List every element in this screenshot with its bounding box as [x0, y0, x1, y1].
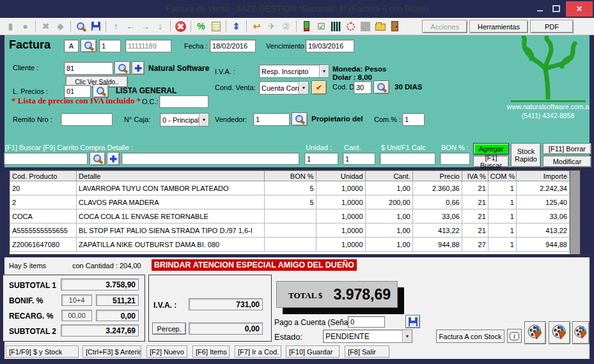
cliente-codigo-field[interactable] [64, 62, 113, 75]
estado-combo[interactable]: PENDIENTE ▼ [323, 330, 412, 343]
table-cell: 413,22 [412, 224, 462, 238]
table-scrollbar[interactable] [570, 171, 580, 254]
notes-icon[interactable] [209, 20, 223, 33]
column-header[interactable]: Unidad [316, 171, 365, 181]
media-button-1[interactable] [524, 321, 546, 344]
checklist-icon[interactable]: ☑ [315, 20, 328, 33]
percent-icon[interactable]: % [194, 20, 208, 33]
iva-combo[interactable]: Resp. Inscripto ▼ [259, 64, 329, 78]
column-header[interactable]: COM % [488, 171, 516, 181]
refresh-dots-icon[interactable] [344, 20, 357, 33]
cliente-add-button[interactable]: ✚ [132, 61, 145, 75]
column-header[interactable]: Importe [516, 171, 569, 181]
agregar-button[interactable]: Agregar [473, 143, 509, 155]
cancel-icon[interactable] [174, 20, 187, 33]
table-cell: 21 [462, 209, 488, 224]
column-header[interactable]: BON % [265, 171, 316, 181]
numero-factura-field[interactable] [125, 40, 171, 52]
buscar-carrito-label: [F1] Buscar [F9] Carrito Compra Detalle … [5, 144, 133, 151]
producto-codigo-field[interactable] [4, 153, 88, 165]
column-header[interactable]: Cant. [365, 171, 412, 181]
pago-field[interactable] [348, 316, 385, 328]
save-icon[interactable] [89, 20, 102, 33]
footer-button[interactable]: [F10] Guardar [286, 345, 340, 358]
fecha-field[interactable] [210, 40, 256, 52]
barcode-icon[interactable] [329, 20, 343, 33]
table-row[interactable]: COCACOCA COLA 1L ENVASE RETORNABLE1,0000… [10, 209, 570, 224]
fit-vertical-icon[interactable]: ⇕ [230, 20, 243, 33]
battery-icon[interactable] [300, 20, 313, 33]
column-header[interactable]: Cod. Producto [10, 171, 77, 181]
maximize-icon[interactable] [552, 5, 560, 12]
bonif-pct-field[interactable]: 10+4 [61, 294, 92, 306]
factura-title: Factura [9, 38, 51, 52]
folder-open-icon[interactable] [373, 20, 387, 33]
cant-field[interactable] [343, 153, 375, 165]
factura-stock-button[interactable]: Factura A con Stock [436, 330, 504, 343]
close-button[interactable]: ✕ [566, 1, 593, 17]
cond-venta-combo[interactable]: Cuenta Corri ▼ [259, 81, 309, 95]
undo-icon[interactable]: ↩ [250, 20, 263, 33]
toolbar-separator [296, 20, 297, 32]
cond-venta-check-button[interactable]: ✔ [311, 80, 327, 95]
chevron-down-icon[interactable]: ▼ [402, 330, 412, 342]
fecha-label: Fecha : [184, 42, 208, 50]
herramientas-button[interactable]: Herramientas [469, 20, 528, 33]
search-icon[interactable] [74, 20, 88, 33]
table-row[interactable]: Z20061647080ZAPATILLA NIKE OUTBURST DAMA… [10, 238, 570, 252]
pago-save-button[interactable] [405, 315, 420, 328]
tipo-search-button[interactable] [81, 39, 97, 52]
chevron-down-icon[interactable]: ▼ [299, 82, 308, 94]
media-button-2[interactable] [549, 321, 570, 344]
unit-price-field[interactable] [380, 153, 435, 165]
exit-door-icon[interactable] [388, 20, 402, 33]
footer-button[interactable]: [F8] Salir [345, 345, 389, 358]
cliente-search-button[interactable] [114, 61, 130, 75]
table-body: 20LAVARROPA TUYU CON TAMBOR PLATEADO51,0… [10, 181, 570, 252]
table-row[interactable]: 2CLAVOS PARA MADERA51,0000200,000,662111… [10, 195, 570, 209]
vendedor-search-button[interactable] [292, 112, 308, 126]
table-row[interactable]: 20LAVARROPA TUYU CON TAMBOR PLATEADO51,0… [10, 181, 570, 195]
stock-rapido-button[interactable]: Stock Rapido [511, 143, 541, 167]
buscar-button[interactable]: [F1] Buscar [473, 156, 509, 167]
unidad-field[interactable] [304, 153, 338, 165]
remito-field[interactable] [61, 113, 113, 126]
tipo-comprobante-field[interactable] [64, 40, 79, 52]
minimize-icon[interactable] [537, 10, 543, 11]
table-cell: 1,0000 [316, 224, 365, 238]
table-row[interactable]: A5555555555655BL STOP FIAT PALIO SIENA S… [10, 224, 570, 238]
caja-combo[interactable]: 0 - Principal ▼ [160, 113, 209, 126]
footer-button[interactable]: [F1/F9] $ y Stock [6, 345, 79, 358]
column-header[interactable]: IVA % [462, 171, 488, 181]
table-cell: 21 [462, 195, 488, 209]
modificar-button[interactable]: Modificar [543, 156, 591, 167]
logo-divider [511, 100, 586, 102]
column-header[interactable]: Precio [412, 171, 462, 181]
footer-button[interactable]: [Ctrl+F3] $ Anterior [82, 345, 141, 358]
producto-detalle-field[interactable] [121, 153, 299, 165]
footer-button[interactable]: [F2] Nuevo [146, 345, 187, 358]
pdf-button[interactable]: PDF [530, 20, 574, 33]
com-field[interactable] [402, 113, 425, 126]
sucursal-field[interactable] [99, 40, 121, 52]
vencimiento-field[interactable] [306, 40, 354, 52]
producto-search-button[interactable] [90, 152, 106, 165]
footer-button[interactable]: [F7] Ir a Cod. [235, 345, 281, 358]
info-button[interactable]: i [507, 329, 522, 343]
table-cell: 1 [488, 224, 516, 238]
producto-add-button[interactable]: ✚ [107, 152, 120, 165]
oc-field[interactable] [159, 95, 208, 108]
chevron-down-icon[interactable]: ▼ [199, 114, 208, 126]
chevron-down-icon[interactable]: ▼ [319, 65, 329, 77]
footer-button[interactable]: [F6] Items [192, 345, 230, 358]
media-button-3[interactable] [572, 321, 590, 344]
bon-field[interactable] [440, 153, 470, 165]
cod-dias-search-button[interactable] [373, 80, 389, 94]
borrar-button[interactable]: [F11] Borrar [543, 143, 591, 155]
vendedor-field[interactable] [253, 113, 290, 126]
column-header[interactable]: Detalle [77, 171, 265, 181]
percep-button[interactable]: Percep. [152, 322, 186, 335]
table-cell: 20 [10, 181, 77, 195]
recarg-pct-field[interactable]: 00,00 [61, 310, 92, 321]
cod-dias-field[interactable] [354, 81, 371, 94]
